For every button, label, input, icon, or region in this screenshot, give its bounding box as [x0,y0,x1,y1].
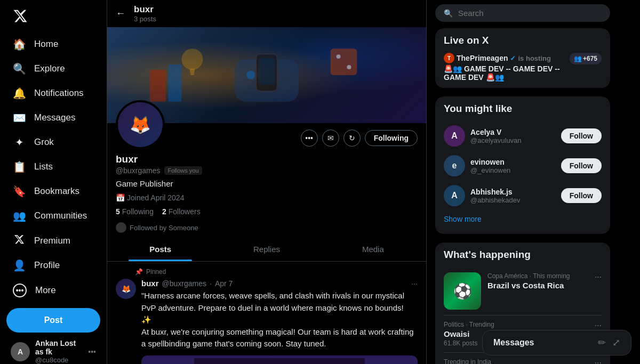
sidebar-user-name: Ankan Lost as fk [35,339,83,356]
sidebar-user-avatar: A [11,342,30,361]
sidebar-item-messages-label: Messages [34,112,75,123]
suggestion-item-1[interactable]: e evinowen @_evinowen Follow [444,151,602,181]
trend-more-2[interactable]: ··· [595,358,602,364]
tab-replies[interactable]: Replies [213,237,319,261]
post-button[interactable]: Post [6,308,100,333]
search-input[interactable] [458,9,602,18]
trend-item-0[interactable]: ⚽ Copa América · This morning Brazil vs … [444,267,602,316]
notifications-icon: 🔔 [13,87,26,100]
post-more-button[interactable]: ··· [411,279,418,288]
sidebar-item-grok[interactable]: ✦ Grok [6,131,100,154]
sidebar-item-lists[interactable]: 📋 Lists [6,155,100,179]
profile-meta: 📅 Joined April 2024 [116,193,418,202]
sidebar-item-bookmarks[interactable]: 🔖 Bookmarks [6,180,100,203]
topbar-posts-count: 3 posts [134,15,156,23]
suggestion-handle-2: @abhishekadev [470,196,556,204]
messages-edit-button[interactable]: ✏ [598,337,606,349]
follow-button-1[interactable]: Follow [561,158,602,173]
lists-icon: 📋 [13,160,26,173]
sidebar-item-home-label: Home [34,39,58,50]
followers-stats[interactable]: 2 Followers [162,207,201,216]
sidebar-item-more-label: More [35,285,56,296]
profile-avatar-wrap: 🦊 [116,100,418,149]
svg-point-5 [347,65,351,69]
sidebar-item-profile-label: Profile [34,260,60,271]
profile-handle: @buxrgames [116,166,160,175]
post-author-avatar: 🦊 [116,279,136,299]
trend-more-0[interactable]: ··· [595,272,602,282]
sidebar-logo[interactable] [6,4,100,29]
post-image: ✦ ✦ ✦ ✦ [141,355,418,365]
sidebar-item-communities-label: Communities [34,211,87,221]
suggestion-name-1: evinowen [470,158,556,166]
trend-more-1[interactable]: ··· [595,321,602,330]
trend-category-2: Trending in India [444,358,541,364]
svg-rect-3 [331,48,357,75]
trend-image-0: ⚽ [444,272,481,310]
suggestion-item-0[interactable]: A Acelya V @acelyavuluvan Follow [444,121,602,151]
profile-section: ••• ✉ ↻ Following 🦊 buxr @buxrgames Foll… [107,123,426,233]
sidebar-item-home[interactable]: 🏠 Home [6,33,100,56]
sidebar-user-handle: @cu8code [35,356,83,364]
sidebar-item-premium[interactable]: Premium [6,229,100,253]
x-logo-icon [13,9,28,23]
pin-icon: 📌 [135,268,143,276]
sidebar-item-explore-label: Explore [34,63,65,74]
you-might-like-show-more[interactable]: Show more [444,211,602,228]
tab-posts[interactable]: Posts [107,237,213,261]
suggestion-name-2: Abhishek.js [470,188,556,196]
sidebar-item-more[interactable]: ••• More [6,278,100,303]
followed-by: Followed by Someone [116,222,418,233]
live-host: T ThePrimeagen ✓ is hosting [444,53,564,63]
follow-button-2[interactable]: Follow [561,188,602,203]
you-might-like-widget: You might like A Acelya V @acelyavuluvan… [435,96,610,234]
svg-rect-7 [169,64,182,102]
sidebar-item-bookmarks-label: Bookmarks [34,186,79,197]
back-button[interactable]: ← [116,8,125,19]
svg-point-1 [246,71,255,79]
suggestion-handle-1: @_evinowen [470,166,556,174]
topbar-profile-name: buxr [134,4,156,15]
sidebar-item-grok-label: Grok [34,137,54,148]
sidebar-item-profile[interactable]: 👤 Profile [6,254,100,277]
svg-rect-9 [259,58,275,85]
tab-media[interactable]: Media [320,237,426,261]
more-icon: ••• [13,284,27,297]
trend-category-0: Copa América · This morning [487,272,588,280]
profile-tabs: Posts Replies Media [107,237,426,262]
sidebar-item-messages[interactable]: ✉️ Messages [6,106,100,130]
svg-rect-6 [150,70,166,102]
post-card[interactable]: 📌 Pinned 🦊 buxr @buxrgames · Apr 7 ··· "… [107,262,426,364]
suggestion-avatar-2: A [444,185,465,206]
suggestion-avatar-1: e [444,155,465,176]
right-sidebar: 🔍 Live on X T ThePrimeagen ✓ is hosting … [427,0,619,364]
you-might-like-title: You might like [444,103,602,115]
sidebar-user[interactable]: A Ankan Lost as fk @cu8code ••• [6,334,100,364]
messages-bubble: Messages ✏ ⤢ [482,330,631,355]
live-host-avatar: T [444,53,454,63]
viewer-count-icon: 👥 [574,55,582,62]
sidebar-item-explore[interactable]: 🔍 Explore [6,57,100,80]
follow-button-0[interactable]: Follow [561,128,602,143]
profile-stats: 5 Following 2 Followers [116,207,418,216]
post-header: 🦊 buxr @buxrgames · Apr 7 ··· "Harness a… [116,279,418,364]
messages-expand-button[interactable]: ⤢ [612,337,620,349]
profile-avatar: 🦊 [116,100,165,149]
viewer-count: 👥 +675 [570,53,602,64]
home-icon: 🏠 [13,38,26,51]
live-item[interactable]: T ThePrimeagen ✓ is hosting 🚨👥 GAME DEV … [444,53,602,82]
suggestion-name-0: Acelya V [470,128,556,136]
post-author-name: buxr [141,279,159,288]
grok-icon: ✦ [13,136,26,149]
following-stats[interactable]: 5 Following [116,207,154,216]
calendar-icon: 📅 [116,193,125,202]
sidebar-item-communities[interactable]: 👥 Communities [6,204,100,228]
bookmarks-icon: 🔖 [13,185,26,198]
sidebar-item-notifications[interactable]: 🔔 Notifications [6,82,100,105]
whats-happening-title: What's happening [444,249,602,261]
suggestion-item-2[interactable]: A Abhishek.js @abhishekadev Follow [444,181,602,211]
sidebar-item-notifications-label: Notifications [34,88,84,99]
trend-name-0: Brazil vs Costa Rica [487,281,588,290]
verified-icon: ✓ [510,54,516,62]
sidebar-user-more-icon: ••• [88,347,96,356]
